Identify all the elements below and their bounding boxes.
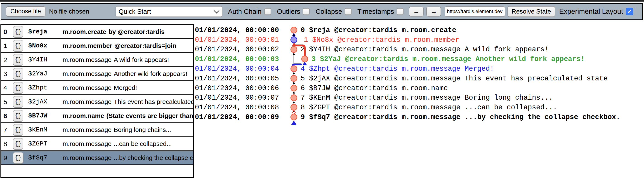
event-id: $reja: [28, 28, 62, 35]
event-list-row[interactable]: 8 {} $ZGPT m.room.message ...can be coll…: [1, 137, 193, 151]
timeline-row[interactable]: 01/01/2024, 00:00:00 0 $reja @creator:ta…: [195, 25, 644, 35]
next-button[interactable]: →: [426, 6, 441, 16]
checkbox[interactable]: [397, 8, 404, 15]
dag-node-3[interactable]: [302, 56, 308, 62]
json-toggle-button[interactable]: {}: [13, 124, 23, 136]
json-toggle-button[interactable]: {}: [13, 82, 23, 94]
prev-button[interactable]: ←: [409, 6, 424, 16]
dag-node-1[interactable]: [291, 37, 297, 43]
timeline-timestamp: 01/01/2024, 00:00:01: [195, 36, 279, 44]
timeline-sender: @creator:tardis: [345, 55, 408, 63]
timeline-text: 7 $KEnM @creator:tardis m.room.message B…: [301, 93, 553, 103]
json-toggle-button[interactable]: {}: [13, 40, 23, 52]
checkbox-label: Auth Chain: [228, 8, 262, 15]
timeline-sender: @creator:tardis: [334, 65, 398, 73]
event-content: Another wild fork appears!: [114, 70, 187, 78]
timeline-timestamp: 01/01/2024, 00:00:00: [195, 26, 279, 34]
dag-node-9[interactable]: [291, 114, 297, 120]
event-list-row[interactable]: 3 {} $2YaJ m.room.message Another wild f…: [1, 67, 193, 81]
timeline-text: 8 $ZGPT @creator:tardis m.room.message .…: [301, 102, 557, 112]
json-toggle-button[interactable]: {}: [13, 96, 23, 108]
timeline-row[interactable]: 01/01/2024, 00:00:03 3 $2YaJ @creator:ta…: [195, 54, 644, 64]
timeline-event-content: A wild fork appears!: [465, 46, 549, 53]
timeline-text: 6 $B7JW @creator:tardis m.room.name: [301, 83, 448, 93]
timeline-text: 9 $fSq7 @creator:tardis m.room.message .…: [301, 112, 620, 122]
event-list-row[interactable]: 7 {} $KEnM m.room.message Boring long ch…: [1, 123, 193, 137]
event-list-panel: 0 {} $reja m.room.create by @creator:tar…: [0, 24, 194, 178]
checkbox-label: Collapse: [316, 8, 342, 15]
event-list-row[interactable]: 9 {} $fSq7 m.room.message ...by checking…: [1, 151, 193, 165]
checkbox[interactable]: [345, 8, 352, 15]
timeline-event-type: m.room.message: [402, 104, 460, 111]
event-id: $ZGPT: [28, 140, 62, 147]
timeline-row[interactable]: 01/01/2024, 00:00:02 2 $Y4IH @creator:ta…: [195, 45, 644, 54]
event-list-row[interactable]: 0 {} $reja m.room.create by @creator:tar…: [1, 25, 193, 39]
timeline-index: 0: [301, 26, 305, 34]
dag-node-0[interactable]: [291, 27, 297, 33]
checkbox-label: Timestamps: [358, 8, 394, 15]
event-list-row[interactable]: 2 {} $Y4IH m.room.message A wild fork ap…: [1, 53, 193, 67]
checkbox[interactable]: [303, 8, 310, 15]
dag-node-7[interactable]: [291, 95, 297, 101]
timeline-event-content: Boring long chains...: [465, 94, 553, 102]
timeline-timestamp: 01/01/2024, 00:00:06: [195, 84, 279, 92]
timeline-event-id: $ZGPT: [309, 104, 330, 111]
timeline-event-type: m.room.create: [402, 26, 456, 34]
checkbox[interactable]: [264, 8, 271, 15]
event-index: 8: [4, 140, 12, 148]
dag-node-5[interactable]: [291, 76, 297, 82]
dag-node-2[interactable]: [291, 46, 297, 53]
dag-node-4[interactable]: [291, 66, 297, 72]
timeline-event-id: $reja: [309, 26, 330, 34]
event-list-row[interactable]: 6 {} $B7JW m.room.name (State events are…: [1, 109, 193, 123]
timeline-sender: @creator:tardis: [334, 74, 398, 82]
resolve-state-button[interactable]: Resolve State: [508, 6, 555, 17]
dag-node-8[interactable]: [291, 104, 297, 110]
timeline-row[interactable]: 01/01/2024, 00:00:08 8 $ZGPT @creator:ta…: [195, 102, 644, 112]
json-toggle-button[interactable]: {}: [13, 68, 23, 80]
checkbox-label: Outliers: [277, 8, 300, 15]
timeline-text: 5 $2jAX @creator:tardis m.room.message T…: [301, 74, 608, 83]
timeline-event-id: $B7JW: [309, 84, 330, 92]
timeline-timestamp: 01/01/2024, 00:00:02: [195, 46, 279, 53]
json-toggle-button[interactable]: {}: [13, 152, 23, 164]
timeline-event-id: $Zhpt: [309, 65, 330, 73]
timeline-row[interactable]: 01/01/2024, 00:00:05 5 $2jAX @creator:ta…: [195, 74, 644, 83]
server-url-input[interactable]: [445, 6, 505, 17]
event-type: m.room.create: [62, 28, 106, 36]
timeline-event-type: m.room.name: [402, 84, 448, 92]
timeline-row[interactable]: 01/01/2024, 00:00:07 7 $KEnM @creator:ta…: [195, 93, 644, 103]
event-list-row[interactable]: 1 {} $No8x m.room.member @creator:tardis…: [1, 39, 193, 53]
timeline-row[interactable]: 01/01/2024, 00:00:09 9 $fSq7 @creator:ta…: [195, 112, 644, 122]
event-list-row[interactable]: 4 {} $Zhpt m.room.message Merged!: [1, 81, 193, 95]
event-content: Merged!: [114, 84, 137, 92]
event-id: $2jAX: [28, 98, 62, 105]
toolbar-checkbox-group: Outliers: [277, 8, 310, 15]
timeline-row[interactable]: 01/01/2024, 00:00:04 4 $Zhpt @creator:ta…: [195, 64, 644, 74]
timeline-sender: @creator:tardis: [338, 36, 400, 44]
timeline-sender: @creator:tardis: [334, 46, 398, 53]
scenario-select[interactable]: Quick Start: [116, 6, 222, 17]
event-index: 1: [4, 42, 12, 50]
event-index: 6: [4, 112, 12, 120]
choose-file-button[interactable]: Choose file: [6, 6, 46, 17]
timeline-event-content: Merged!: [465, 65, 494, 73]
timeline-index: 6: [301, 84, 305, 92]
timeline-event-id: $KEnM: [309, 94, 330, 102]
dag-node-6[interactable]: [291, 85, 297, 91]
json-toggle-button[interactable]: {}: [13, 54, 23, 66]
event-list-row[interactable]: 5 {} $2jAX m.room.message This event has…: [1, 95, 193, 109]
timeline-row[interactable]: 01/01/2024, 00:00:06 6 $B7JW @creator:ta…: [195, 83, 644, 93]
event-type: m.room.message: [62, 154, 112, 162]
timeline-text: 0 $reja @creator:tardis m.room.create: [301, 25, 456, 35]
timeline-event-type: m.room.member: [404, 36, 459, 44]
json-toggle-button[interactable]: {}: [13, 26, 23, 38]
event-type: m.room.name: [62, 112, 104, 120]
json-toggle-button[interactable]: {}: [13, 138, 23, 150]
timeline-row[interactable]: 01/01/2024, 00:00:01 1 $No8x @creator:ta…: [195, 35, 644, 45]
timeline-event-type: m.room.message: [402, 46, 460, 53]
timeline-event-id: $Y4IH: [309, 46, 330, 53]
event-id: $Y4IH: [28, 56, 62, 63]
json-toggle-button[interactable]: {}: [13, 110, 23, 122]
experimental-layout-checkbox[interactable]: ✓: [626, 8, 634, 15]
